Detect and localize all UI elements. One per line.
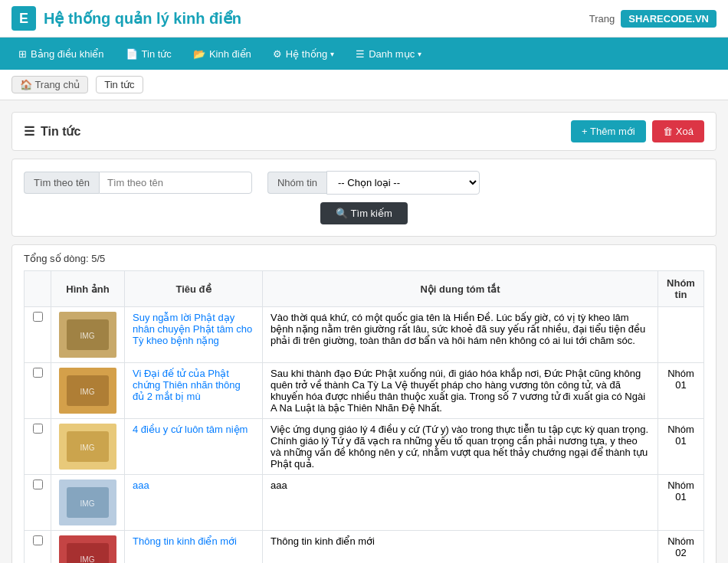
nav-bang-dieu-khien[interactable]: ⊞ Bảng điều khiển (8, 38, 115, 70)
row-nhom-cell: Nhóm 02 (658, 531, 704, 564)
add-button[interactable]: + Thêm mới (571, 120, 646, 142)
delete-button[interactable]: 🗑 Xoá (652, 120, 704, 142)
site-title: Hệ thống quản lý kinh điển (44, 9, 589, 28)
search-button[interactable]: 🔍 Tìm kiếm (320, 202, 408, 224)
gear-icon: ⚙ (273, 48, 282, 60)
search-name-group: Tìm theo tên (24, 172, 252, 194)
row-summary-cell: Việc ứng dụng giáo lý 4 điều y cứ (Tứ y)… (263, 419, 658, 475)
top-header: E Hệ thống quản lý kinh điển Trang SHARE… (0, 0, 728, 38)
row-nhom-cell: Nhóm 01 (658, 363, 704, 419)
sharecode-badge: SHARECODE.VN (621, 10, 717, 28)
section-title-text: Tin tức (41, 124, 80, 139)
search-group-select[interactable]: -- Chọn loại -- Nhóm 01 Nhóm 02 (326, 171, 480, 195)
breadcrumb-home[interactable]: 🏠 Trang chủ (11, 76, 88, 93)
thumbnail-image: IMG (59, 480, 116, 525)
row-image-cell: IMG (51, 531, 125, 564)
section-icon: ☰ (24, 124, 34, 139)
data-table: Hình ảnh Tiêu đề Nội dung tóm tắt Nhóm t… (24, 270, 704, 563)
row-image-cell: IMG (51, 363, 125, 419)
table-row: IMG aaaaaaNhóm 01 (25, 475, 704, 531)
col-header-check (25, 271, 51, 307)
table-area: Tổng số dòng: 5/5 Hình ảnh Tiêu đề Nội d… (11, 244, 717, 563)
row-title-link[interactable]: Suy ngẫm lời Phật dạy nhân chuyện Phật t… (133, 312, 252, 346)
search-button-row: 🔍 Tìm kiếm (24, 202, 704, 224)
nav-tin-tuc[interactable]: 📄 Tin tức (115, 38, 182, 70)
nav-danh-muc[interactable]: ☰ Danh mục ▾ (345, 38, 432, 70)
search-group-group: Nhóm tin -- Chọn loại -- Nhóm 01 Nhóm 02 (260, 171, 480, 195)
svg-text:IMG: IMG (80, 388, 95, 396)
section-header: ☰ Tin tức + Thêm mới 🗑 Xoá (11, 112, 717, 151)
section-title: ☰ Tin tức (24, 124, 80, 139)
row-checkbox[interactable] (33, 424, 43, 434)
table-row: IMG Vi Đại đế tử của Phật chứng Thiên nh… (25, 363, 704, 419)
menu-icon: ☰ (356, 48, 365, 60)
row-summary-cell: Sau khi thành đạo Đức Phật xuống núi, đi… (263, 363, 658, 419)
thumbnail-image: IMG (59, 368, 116, 414)
svg-text:IMG: IMG (80, 444, 95, 452)
col-header-img: Hình ảnh (51, 271, 125, 307)
caret-down-icon: ▾ (330, 50, 334, 58)
row-checkbox[interactable] (33, 368, 43, 378)
row-title-link[interactable]: Thông tin kinh điển mới (133, 535, 237, 547)
top-right-nav: Trang SHARECODE.VN (589, 10, 717, 28)
nav-label-kinh: Kinh điển (209, 48, 251, 60)
col-header-summary: Nội dung tóm tắt (263, 271, 658, 307)
search-name-label: Tìm theo tên (24, 172, 99, 194)
row-image-cell: IMG (51, 307, 125, 363)
row-image-cell: IMG (51, 419, 125, 475)
breadcrumb-current: Tin tức (96, 76, 143, 93)
search-name-input[interactable] (99, 172, 252, 194)
table-row: IMG Thông tin kinh điển mớiThông tin kin… (25, 531, 704, 564)
row-summary-cell: aaa (263, 475, 658, 531)
nav-he-thong[interactable]: ⚙ Hệ thống ▾ (262, 38, 345, 70)
table-row: IMG 4 điều y cứ luôn tâm niệmViệc ứng dụ… (25, 419, 704, 475)
thumbnail-image: IMG (59, 424, 116, 470)
nav-label-tin: Tin tức (142, 48, 172, 60)
thumbnail-image: IMG (59, 535, 116, 563)
row-title-link[interactable]: Vi Đại đế tử của Phật chứng Thiên nhãn t… (133, 368, 241, 402)
nav-kinh-dien[interactable]: 📂 Kinh điển (182, 38, 262, 70)
row-title-cell: Thông tin kinh điển mới (125, 531, 263, 564)
book-icon: 📂 (193, 48, 205, 60)
nav-label-danhmuc: Danh mục (369, 48, 415, 60)
site-logo: E (11, 6, 36, 31)
row-summary-cell: Vào thời quá khứ, có một quốc gia tên là… (263, 307, 658, 363)
row-checkbox[interactable] (33, 480, 43, 489)
nav-label-bang: Bảng điều khiển (31, 48, 104, 60)
search-row: Tìm theo tên Nhóm tin -- Chọn loại -- Nh… (24, 171, 704, 195)
row-nhom-cell (658, 307, 704, 363)
row-title-cell: aaa (125, 475, 263, 531)
svg-text:IMG: IMG (80, 499, 95, 508)
svg-text:IMG: IMG (80, 332, 95, 340)
news-icon: 📄 (126, 48, 138, 60)
content-area: ☰ Tin tức + Thêm mới 🗑 Xoá Tìm theo tên … (0, 100, 728, 563)
row-count: Tổng số dòng: 5/5 (24, 253, 704, 264)
row-checkbox[interactable] (33, 535, 43, 545)
breadcrumb: 🏠 Trang chủ Tin tức (0, 70, 728, 100)
section-actions: + Thêm mới 🗑 Xoá (571, 120, 704, 142)
table-body: IMG Suy ngẫm lời Phật dạy nhân chuyện Ph… (25, 307, 704, 564)
top-home-link[interactable]: Trang (589, 13, 615, 25)
grid-icon: ⊞ (18, 48, 27, 60)
row-nhom-cell: Nhóm 01 (658, 475, 704, 531)
table-header-row: Hình ảnh Tiêu đề Nội dung tóm tắt Nhóm t… (25, 271, 704, 307)
col-header-title: Tiêu đề (125, 271, 263, 307)
table-row: IMG Suy ngẫm lời Phật dạy nhân chuyện Ph… (25, 307, 704, 363)
nav-label-hethong: Hệ thống (286, 48, 327, 60)
row-title-cell: Suy ngẫm lời Phật dạy nhân chuyện Phật t… (125, 307, 263, 363)
row-image-cell: IMG (51, 475, 125, 531)
main-nav: ⊞ Bảng điều khiển 📄 Tin tức 📂 Kinh điển … (0, 38, 728, 70)
row-title-link[interactable]: 4 điều y cứ luôn tâm niệm (133, 424, 248, 435)
svg-text:IMG: IMG (80, 555, 95, 563)
row-nhom-cell: Nhóm 01 (658, 419, 704, 475)
thumbnail-image: IMG (59, 312, 116, 358)
row-title-cell: 4 điều y cứ luôn tâm niệm (125, 419, 263, 475)
col-header-nhom: Nhóm tin (658, 271, 704, 307)
search-group-label: Nhóm tin (267, 172, 326, 194)
caret-down-icon-2: ▾ (418, 50, 421, 58)
row-checkbox[interactable] (33, 312, 43, 322)
row-summary-cell: Thông tin kinh điển mới (263, 531, 658, 564)
row-title-cell: Vi Đại đế tử của Phật chứng Thiên nhãn t… (125, 363, 263, 419)
search-area: Tìm theo tên Nhóm tin -- Chọn loại -- Nh… (11, 159, 717, 237)
row-title-link[interactable]: aaa (133, 480, 149, 491)
